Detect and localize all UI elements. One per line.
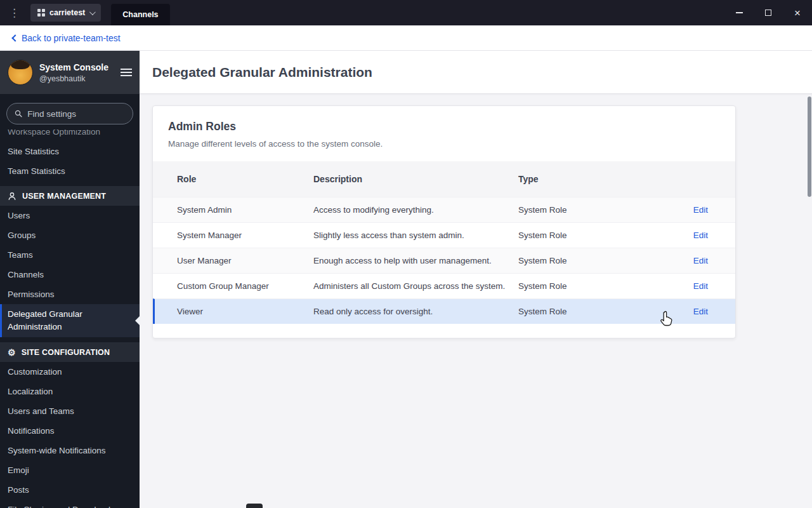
admin-roles-card: Admin Roles Manage different levels of a… bbox=[152, 105, 736, 338]
page-header: Delegated Granular Administration bbox=[140, 51, 812, 94]
workspace-selector[interactable]: carrietest bbox=[30, 4, 101, 22]
card-title: Admin Roles bbox=[168, 120, 720, 133]
back-navigation-bar: Back to private-team-test bbox=[0, 25, 812, 51]
sidebar-item-teams[interactable]: Teams bbox=[0, 245, 140, 265]
maximize-button[interactable] bbox=[754, 0, 783, 25]
cell-role: User Manager bbox=[177, 256, 313, 265]
sidebar-header: System Console @yesbhautik bbox=[0, 51, 140, 94]
vertical-scrollbar-thumb[interactable] bbox=[808, 97, 811, 197]
sidebar-item-site-statistics[interactable]: Site Statistics bbox=[0, 142, 140, 161]
workspace-grid-icon bbox=[37, 9, 45, 17]
window-titlebar: ⋮ carrietest Channels × bbox=[0, 0, 812, 25]
column-header-role: Role bbox=[177, 174, 313, 184]
sidebar-item-system-wide-notifications[interactable]: System-wide Notifications bbox=[0, 441, 140, 460]
cell-type: System Role bbox=[518, 281, 670, 291]
gear-icon: ⚙ bbox=[8, 348, 16, 357]
edit-link-viewer[interactable]: Edit bbox=[693, 307, 708, 316]
table-row-viewer[interactable]: Viewer Read only access for oversight. S… bbox=[153, 298, 735, 324]
sidebar-search bbox=[0, 94, 140, 130]
search-box[interactable] bbox=[6, 103, 133, 124]
user-icon bbox=[8, 192, 16, 201]
edit-link-custom-group-manager[interactable]: Edit bbox=[693, 281, 708, 291]
cell-type: System Role bbox=[518, 256, 670, 265]
sidebar-item-users[interactable]: Users bbox=[0, 206, 140, 225]
sidebar-item-channels[interactable]: Channels bbox=[0, 265, 140, 284]
tab-channels-label: Channels bbox=[122, 10, 158, 19]
sidebar-item-localization[interactable]: Localization bbox=[0, 382, 140, 401]
table-row-custom-group-manager[interactable]: Custom Group Manager Administers all Cus… bbox=[153, 273, 735, 298]
tab-channels[interactable]: Channels bbox=[111, 4, 169, 25]
card-header: Admin Roles Manage different levels of a… bbox=[153, 106, 735, 161]
sidebar-section-site-configuration: ⚙ SITE CONFIGURATION bbox=[0, 342, 140, 362]
table-row-system-manager[interactable]: System Manager Slightly less access than… bbox=[153, 222, 735, 248]
table-header-row: Role Description Type bbox=[153, 161, 735, 197]
sidebar-item-emoji[interactable]: Emoji bbox=[0, 460, 140, 480]
sidebar-item-customization[interactable]: Customization bbox=[0, 362, 140, 382]
search-icon bbox=[15, 109, 22, 118]
sidebar-item-team-statistics[interactable]: Team Statistics bbox=[0, 161, 140, 181]
edit-link-system-manager[interactable]: Edit bbox=[693, 231, 708, 240]
table-row-user-manager[interactable]: User Manager Enough access to help with … bbox=[153, 248, 735, 273]
vertical-dots-menu-icon[interactable]: ⋮ bbox=[9, 6, 19, 20]
cell-role: System Manager bbox=[177, 231, 313, 240]
hamburger-menu-icon[interactable] bbox=[121, 72, 132, 73]
close-icon: × bbox=[794, 8, 801, 18]
back-to-team-link[interactable]: Back to private-team-test bbox=[13, 33, 121, 43]
minimize-icon bbox=[736, 12, 743, 13]
search-input[interactable] bbox=[27, 109, 125, 119]
sidebar-item-groups[interactable]: Groups bbox=[0, 225, 140, 245]
workspace-name: carrietest bbox=[49, 8, 85, 17]
chevron-down-icon bbox=[89, 9, 96, 15]
console-title: System Console bbox=[39, 62, 108, 72]
sidebar-section-user-management: USER MANAGEMENT bbox=[0, 186, 140, 206]
cell-description: Access to modifying everything. bbox=[313, 205, 518, 215]
maximize-icon bbox=[765, 10, 771, 16]
sidebar-item-permissions[interactable]: Permissions bbox=[0, 284, 140, 304]
page-title: Delegated Granular Administration bbox=[152, 65, 372, 80]
taskbar-peek-artifact bbox=[246, 504, 263, 508]
sidebar-item-notifications[interactable]: Notifications bbox=[0, 421, 140, 441]
sidebar-item-delegated-granular-administration[interactable]: Delegated Granular Administration bbox=[0, 304, 140, 337]
cell-description: Enough access to help with user manageme… bbox=[313, 256, 518, 265]
cell-role: Viewer bbox=[177, 307, 313, 316]
cell-description: Read only access for oversight. bbox=[313, 307, 518, 316]
sidebar-header-text: System Console @yesbhautik bbox=[39, 62, 108, 83]
sidebar-item-posts[interactable]: Posts bbox=[0, 480, 140, 500]
sidebar-item-users-and-teams[interactable]: Users and Teams bbox=[0, 401, 140, 421]
column-header-description: Description bbox=[313, 174, 518, 184]
cell-type: System Role bbox=[518, 205, 670, 215]
content-area: Admin Roles Manage different levels of a… bbox=[140, 94, 812, 508]
edit-link-system-admin[interactable]: Edit bbox=[693, 205, 708, 215]
cell-type: System Role bbox=[518, 231, 670, 240]
cell-role: Custom Group Manager bbox=[177, 281, 313, 291]
minimize-button[interactable] bbox=[724, 0, 754, 25]
section-label-user-management: USER MANAGEMENT bbox=[22, 192, 106, 201]
section-label-site-configuration: SITE CONFIGURATION bbox=[22, 348, 110, 357]
table-row-system-admin[interactable]: System Admin Access to modifying everyth… bbox=[153, 197, 735, 222]
close-button[interactable]: × bbox=[783, 0, 812, 25]
back-link-label: Back to private-team-test bbox=[22, 33, 121, 43]
sidebar-nav: Workspace Optimization Site Statistics T… bbox=[0, 122, 140, 508]
table-body: System Admin Access to modifying everyth… bbox=[153, 197, 735, 324]
avatar bbox=[8, 60, 33, 85]
system-console-sidebar: System Console @yesbhautik Workspace Opt… bbox=[0, 51, 140, 508]
column-header-type: Type bbox=[518, 174, 670, 184]
sidebar-item-file-sharing-and-downloads[interactable]: File Sharing and Downloads bbox=[0, 500, 140, 508]
console-user-handle: @yesbhautik bbox=[39, 74, 108, 83]
card-subtitle: Manage different levels of access to the… bbox=[168, 139, 720, 149]
cell-description: Slightly less access than system admin. bbox=[313, 231, 518, 240]
cell-type: System Role bbox=[518, 307, 670, 316]
cell-description: Administers all Custom Groups across the… bbox=[313, 281, 518, 291]
cell-role: System Admin bbox=[177, 205, 313, 215]
chevron-left-icon bbox=[11, 34, 18, 41]
edit-link-user-manager[interactable]: Edit bbox=[693, 256, 708, 265]
